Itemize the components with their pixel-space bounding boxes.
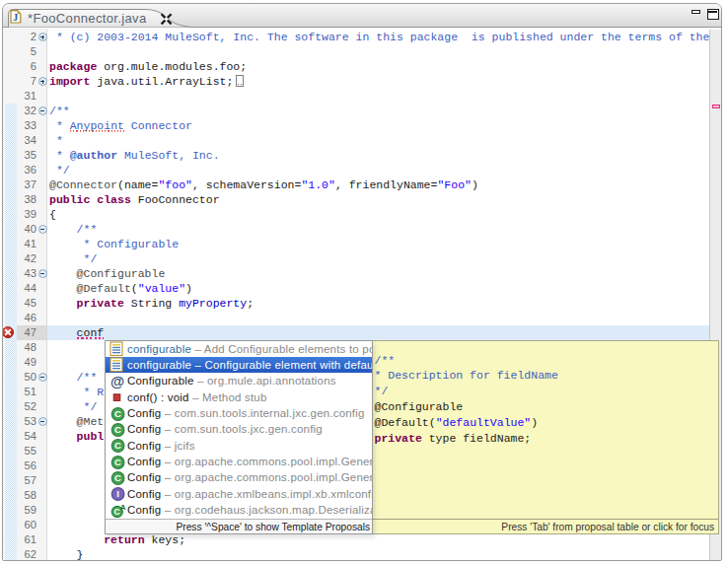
- svg-text:C: C: [114, 424, 121, 435]
- svg-text:A: A: [120, 503, 126, 512]
- svg-text:J: J: [13, 11, 18, 22]
- svg-text:C: C: [114, 457, 121, 467]
- svg-text:C: C: [114, 472, 121, 483]
- svg-text:I: I: [116, 489, 119, 500]
- svg-text:C: C: [114, 441, 121, 452]
- svg-text:C: C: [114, 408, 121, 419]
